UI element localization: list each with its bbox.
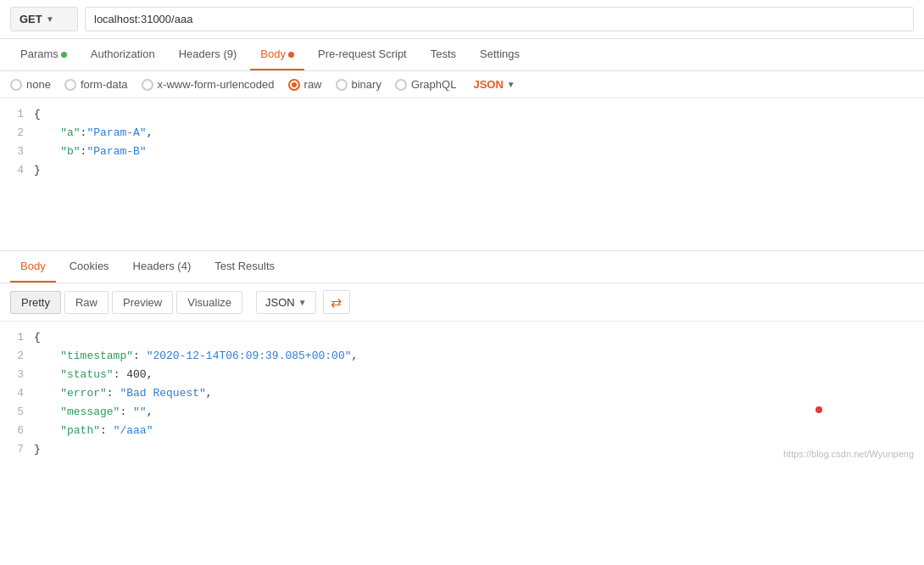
radio-circle-x-www bbox=[142, 79, 153, 91]
resp-line-6: 6 "path": "/aaa" bbox=[0, 422, 924, 440]
response-format-select[interactable]: JSON ▼ bbox=[256, 291, 316, 314]
resp-line-5: 5 "message": "", bbox=[0, 403, 924, 422]
tab-prerequest[interactable]: Pre-request Script bbox=[308, 39, 417, 70]
radio-circle-binary bbox=[336, 79, 348, 91]
radio-form-data[interactable]: form-data bbox=[64, 78, 128, 91]
radio-none[interactable]: none bbox=[10, 78, 51, 91]
resp-tab-testresults[interactable]: Test Results bbox=[204, 251, 285, 282]
resp-tab-cookies[interactable]: Cookies bbox=[59, 251, 120, 282]
resp-line-2: 2 "timestamp": "2020-12-14T06:09:39.085+… bbox=[0, 347, 924, 366]
radio-circle-none bbox=[10, 79, 22, 91]
response-section: Body Cookies Headers (4) Test Results Pr… bbox=[0, 251, 924, 466]
wrap-icon: ⇄ bbox=[331, 294, 342, 310]
watermark: https://blog.csdn.net/Wyunpeng bbox=[783, 449, 914, 459]
wrap-button[interactable]: ⇄ bbox=[323, 290, 350, 314]
req-line-3: 3 "b":"Param-B" bbox=[0, 143, 924, 161]
method-dropdown[interactable]: GET ▼ bbox=[10, 7, 78, 31]
btn-pretty[interactable]: Pretty bbox=[10, 291, 61, 314]
tab-settings[interactable]: Settings bbox=[470, 39, 530, 70]
tab-headers[interactable]: Headers (9) bbox=[169, 39, 248, 70]
body-type-row: none form-data x-www-form-urlencoded raw… bbox=[0, 71, 924, 98]
tab-tests[interactable]: Tests bbox=[420, 39, 466, 70]
json-format-selector[interactable]: JSON ▼ bbox=[473, 78, 515, 91]
radio-graphql[interactable]: GraphQL bbox=[395, 78, 456, 91]
resp-line-3: 3 "status": 400, bbox=[0, 366, 924, 384]
tab-authorization[interactable]: Authorization bbox=[81, 39, 165, 70]
resp-format-chevron-icon: ▼ bbox=[298, 298, 307, 307]
url-bar: GET ▼ bbox=[0, 0, 924, 39]
req-line-2: 2 "a":"Param-A", bbox=[0, 124, 924, 143]
btn-visualize[interactable]: Visualize bbox=[176, 291, 242, 314]
resp-line-4: 4 "error": "Bad Request", bbox=[0, 384, 924, 403]
resp-tab-headers[interactable]: Headers (4) bbox=[123, 251, 202, 282]
url-input[interactable] bbox=[85, 7, 914, 31]
body-dot bbox=[288, 52, 294, 58]
pretty-row: Pretty Raw Preview Visualize JSON ▼ ⇄ bbox=[0, 283, 924, 322]
btn-preview[interactable]: Preview bbox=[112, 291, 173, 314]
response-tabs: Body Cookies Headers (4) Test Results bbox=[0, 251, 924, 283]
btn-raw[interactable]: Raw bbox=[64, 291, 109, 314]
red-dot-indicator bbox=[815, 406, 822, 413]
response-body-editor: 1 { 2 "timestamp": "2020-12-14T06:09:39.… bbox=[0, 322, 924, 466]
request-tabs: Params Authorization Headers (9) Body Pr… bbox=[0, 39, 924, 71]
radio-x-www[interactable]: x-www-form-urlencoded bbox=[142, 78, 275, 91]
chevron-down-icon: ▼ bbox=[46, 14, 69, 24]
tab-body[interactable]: Body bbox=[250, 39, 304, 70]
radio-circle-raw bbox=[288, 79, 300, 91]
resp-line-1: 1 { bbox=[0, 328, 924, 347]
req-line-4: 4 } bbox=[0, 161, 924, 180]
req-line-1: 1 { bbox=[0, 105, 924, 124]
request-body-editor[interactable]: 1 { 2 "a":"Param-A", 3 "b":"Param-B" 4 } bbox=[0, 98, 924, 251]
method-label: GET bbox=[19, 13, 42, 25]
json-chevron-icon: ▼ bbox=[507, 80, 515, 89]
radio-circle-graphql bbox=[395, 79, 407, 91]
radio-circle-form-data bbox=[64, 79, 76, 91]
params-dot bbox=[61, 52, 67, 58]
radio-raw[interactable]: raw bbox=[288, 78, 322, 91]
radio-binary[interactable]: binary bbox=[336, 78, 381, 91]
tab-params[interactable]: Params bbox=[10, 39, 77, 70]
resp-tab-body[interactable]: Body bbox=[10, 251, 56, 282]
